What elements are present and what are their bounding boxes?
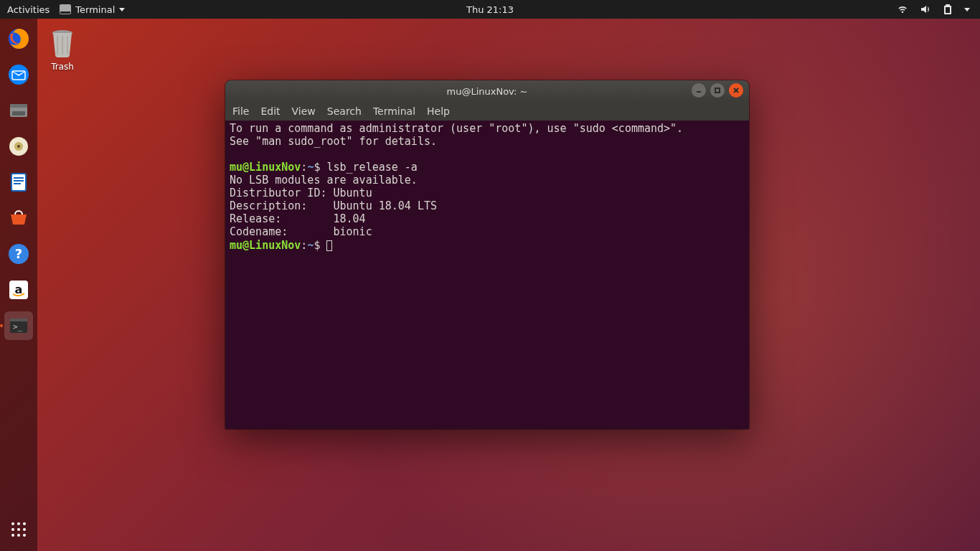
svg-point-8 — [17, 145, 20, 148]
dock-thunderbird[interactable] — [4, 60, 33, 89]
terminal-cursor — [326, 240, 332, 251]
svg-point-25 — [17, 528, 20, 531]
svg-rect-11 — [14, 177, 24, 179]
desktop-trash-label: Trash — [37, 62, 88, 72]
desktop-trash[interactable]: Trash — [37, 26, 88, 72]
term-line: See "man sudo_root" for details. — [230, 135, 437, 148]
app-menu-button[interactable]: Terminal — [60, 4, 125, 15]
dock-files[interactable] — [4, 96, 33, 125]
svg-rect-12 — [14, 180, 24, 182]
svg-rect-5 — [12, 111, 25, 116]
system-menu-chevron-icon[interactable] — [964, 8, 970, 11]
terminal-output[interactable]: To run a command as administrator (user … — [225, 121, 749, 429]
dock: ? a >_ — [0, 19, 37, 551]
term-line: Release: 18.04 — [230, 212, 366, 225]
term-command: lsb_release -a — [326, 161, 417, 174]
volume-icon[interactable] — [920, 4, 931, 14]
svg-point-22 — [17, 522, 20, 525]
activities-button[interactable]: Activities — [7, 4, 50, 15]
term-line: No LSB modules are available. — [230, 174, 418, 187]
svg-point-28 — [17, 534, 20, 537]
prompt-user: mu@LinuxNov — [230, 161, 301, 174]
window-minimize-button[interactable] — [692, 83, 706, 98]
svg-rect-32 — [715, 88, 720, 93]
prompt-dollar: $ — [314, 239, 326, 252]
dock-help[interactable]: ? — [4, 240, 33, 268]
menu-terminal[interactable]: Terminal — [373, 105, 415, 117]
svg-point-27 — [11, 534, 14, 537]
menu-file[interactable]: File — [232, 105, 249, 117]
svg-point-24 — [11, 528, 14, 531]
menu-view[interactable]: View — [292, 105, 316, 117]
window-close-button[interactable] — [729, 83, 743, 98]
svg-point-29 — [23, 534, 26, 537]
svg-rect-13 — [14, 183, 21, 184]
dock-firefox[interactable] — [4, 24, 33, 53]
window-title: mu@LinuxNov: ~ — [447, 86, 528, 97]
menu-help[interactable]: Help — [427, 105, 450, 117]
terminal-menubar: File Edit View Search Terminal Help — [225, 102, 749, 121]
chevron-down-icon — [119, 8, 125, 11]
menu-edit[interactable]: Edit — [260, 105, 280, 117]
battery-icon[interactable] — [943, 4, 953, 15]
dock-amazon[interactable]: a — [4, 276, 33, 304]
app-menu-label: Terminal — [75, 4, 115, 15]
term-line: To run a command as administrator (user … — [230, 122, 683, 135]
svg-text:>_: >_ — [13, 322, 23, 331]
clock[interactable]: Thu 21:13 — [466, 4, 514, 15]
dock-ubuntu-software[interactable] — [4, 204, 33, 232]
window-titlebar[interactable]: mu@LinuxNov: ~ — [225, 80, 749, 102]
dock-libreoffice-writer[interactable] — [4, 168, 33, 197]
svg-rect-9 — [11, 174, 26, 191]
svg-text:a: a — [15, 283, 23, 296]
menu-search[interactable]: Search — [327, 105, 362, 117]
prompt-user: mu@LinuxNov — [230, 239, 301, 252]
svg-rect-4 — [10, 104, 27, 108]
terminal-window: mu@LinuxNov: ~ File Edit View Search Ter… — [225, 80, 749, 429]
prompt-dollar: $ — [314, 161, 326, 174]
term-line: Codename: bionic — [230, 225, 372, 238]
svg-point-26 — [23, 528, 26, 531]
dock-show-apps[interactable] — [4, 515, 33, 544]
dock-terminal[interactable]: >_ — [4, 311, 33, 340]
svg-text:?: ? — [15, 246, 22, 261]
terminal-icon — [60, 4, 71, 14]
term-line: Description: Ubuntu 18.04 LTS — [230, 199, 437, 212]
term-line: Distributor ID: Ubuntu — [230, 187, 372, 199]
window-maximize-button[interactable] — [710, 83, 725, 98]
trash-icon — [46, 26, 79, 59]
top-panel: Activities Terminal Thu 21:13 — [0, 0, 980, 19]
svg-point-21 — [11, 522, 14, 525]
dock-rhythmbox[interactable] — [4, 132, 33, 161]
svg-point-23 — [23, 522, 26, 525]
svg-rect-19 — [10, 319, 27, 321]
network-icon[interactable] — [897, 4, 908, 14]
